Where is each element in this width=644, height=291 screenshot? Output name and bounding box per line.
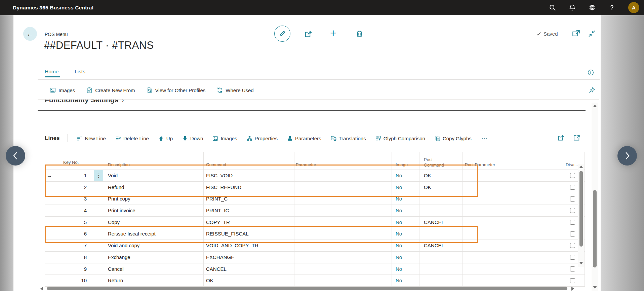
notifications-icon[interactable] [569, 4, 576, 11]
lines-toolbar-button-parameters[interactable]: Parameters [287, 136, 321, 141]
table-row[interactable]: → 4 ⋮ Print invoice PRINT_IC No [45, 205, 585, 217]
cell-key-no[interactable]: 8 [45, 252, 87, 263]
disabled-checkbox[interactable] [570, 208, 575, 213]
cell-description[interactable]: Void [108, 170, 118, 181]
disabled-checkbox[interactable] [570, 266, 575, 271]
lines-toolbar-button-down[interactable]: Down [182, 136, 203, 141]
back-button[interactable]: ← [23, 27, 37, 41]
previous-record-button[interactable] [6, 146, 25, 166]
disabled-checkbox[interactable] [570, 278, 575, 283]
open-in-window-button[interactable] [572, 30, 580, 38]
pin-icon[interactable] [589, 87, 595, 93]
disabled-checkbox[interactable] [570, 243, 575, 248]
help-icon[interactable] [608, 4, 615, 11]
hscroll-right-arrow[interactable] [571, 287, 574, 291]
cell-command[interactable]: FISC_VOID [206, 170, 233, 181]
action-button-view-for-other-profiles[interactable]: View for Other Profiles [147, 87, 206, 93]
table-row[interactable]: → 3 ⋮ Print copy PRINT_C No [45, 193, 585, 205]
cell-command[interactable]: CANCEL [206, 263, 227, 275]
cell-post-command[interactable]: OK [424, 182, 431, 193]
cell-key-no[interactable]: 10 [45, 275, 87, 286]
hscroll-left-arrow[interactable] [40, 287, 43, 291]
page-scrollbar-thumb[interactable] [593, 190, 597, 267]
lines-toolbar-button-images[interactable]: Images [212, 136, 237, 141]
cell-key-no[interactable]: 7 [45, 240, 87, 251]
lines-toolbar-button-translations[interactable]: aA Translations [331, 136, 366, 141]
next-record-button[interactable] [617, 146, 637, 166]
cell-image[interactable]: No [396, 205, 402, 216]
lines-share-button[interactable] [557, 134, 564, 141]
new-button[interactable]: + [330, 27, 336, 39]
cell-key-no[interactable]: 9 [45, 263, 87, 275]
action-button-create-new-from[interactable]: Create New From [86, 87, 135, 93]
lines-popout-button[interactable] [573, 134, 580, 141]
cell-key-no[interactable]: 3 [45, 193, 87, 205]
avatar[interactable]: A [628, 2, 639, 13]
page-scroll-down-arrow[interactable] [593, 286, 597, 289]
lines-toolbar-button-delete-line[interactable]: Delete Line [115, 136, 149, 141]
collapse-button[interactable] [588, 30, 596, 37]
table-row[interactable]: → 5 ⋮ Copy COPY_TR No CANCEL [45, 217, 585, 228]
grid-scroll-down-arrow[interactable] [579, 262, 583, 264]
column-header-description[interactable]: Description [108, 162, 130, 167]
cell-description[interactable]: Refund [108, 182, 124, 193]
delete-button[interactable] [356, 30, 363, 38]
lines-toolbar-button-properties[interactable]: Properties [247, 136, 278, 141]
cell-key-no[interactable]: 6 [45, 228, 87, 240]
cell-command[interactable]: PRINT_C [206, 193, 228, 205]
cell-image[interactable]: No [396, 263, 402, 275]
disabled-checkbox[interactable] [570, 220, 575, 225]
cell-description[interactable]: Cancel [108, 263, 124, 275]
disabled-checkbox[interactable] [570, 185, 575, 190]
hscrollbar-thumb[interactable] [47, 287, 567, 290]
page-scroll-up-arrow[interactable] [593, 105, 597, 107]
cell-command[interactable]: EXCHANGE [206, 252, 234, 263]
section-heading-functionality-settings[interactable]: Functionality Settings› [45, 100, 124, 104]
column-header-disabled[interactable]: Disa... [566, 162, 578, 167]
cell-command[interactable]: FISC_REFUND [206, 182, 241, 193]
cell-image[interactable]: No [396, 252, 402, 263]
table-row[interactable]: → 1 ⋮ Void FISC_VOID No OK [45, 170, 585, 182]
cell-key-no[interactable]: 1 [45, 170, 87, 181]
search-icon[interactable] [549, 4, 556, 11]
cell-command[interactable]: PRINT_IC [206, 205, 229, 216]
column-header-image[interactable]: Image [396, 162, 408, 167]
table-row[interactable]: → 10 ⋮ Return OK No [45, 275, 585, 287]
lines-toolbar-button-glyph-comparison[interactable]: Glyph Comparison [375, 136, 425, 141]
column-header-command[interactable]: Command [206, 162, 226, 167]
cell-image[interactable]: No [396, 182, 402, 193]
cell-description[interactable]: Print copy [108, 193, 130, 205]
cell-description[interactable]: Void and copy [108, 240, 139, 251]
cell-command[interactable]: OK [206, 275, 213, 286]
lines-toolbar-button-up[interactable]: Up [158, 136, 173, 141]
cell-image[interactable]: No [396, 170, 402, 181]
grid-scroll-up-arrow[interactable] [579, 166, 583, 168]
cell-post-command[interactable]: CANCEL [424, 240, 444, 251]
table-row[interactable]: → 7 ⋮ Void and copy VOID_AND_COPY_TR No … [45, 240, 585, 252]
cell-description[interactable]: Reissue fiscal receipt [108, 228, 156, 240]
cell-key-no[interactable]: 5 [45, 217, 87, 228]
settings-icon[interactable] [589, 4, 596, 11]
cell-post-command[interactable]: OK [424, 170, 431, 181]
lines-toolbar-button-copy-glyphs[interactable]: Copy Glyphs [435, 136, 472, 141]
tab-home[interactable]: Home [45, 69, 58, 75]
cell-post-command[interactable]: CANCEL [424, 217, 444, 228]
cell-image[interactable]: No [396, 193, 402, 205]
cell-command[interactable]: VOID_AND_COPY_TR [206, 240, 258, 251]
column-header-parameter[interactable]: Parameter [296, 162, 316, 167]
disabled-checkbox[interactable] [570, 255, 575, 260]
tab-lists[interactable]: Lists [75, 69, 85, 75]
disabled-checkbox[interactable] [570, 231, 575, 237]
cell-image[interactable]: No [396, 217, 402, 228]
grid-scrollbar-thumb[interactable] [579, 171, 583, 247]
cell-key-no[interactable]: 4 [45, 205, 87, 216]
cell-description[interactable]: Exchange [108, 252, 130, 263]
table-row[interactable]: → 9 ⋮ Cancel CANCEL No [45, 263, 585, 275]
more-options-button[interactable]: ⋯ [482, 135, 488, 142]
share-button[interactable] [304, 30, 312, 38]
cell-image[interactable]: No [396, 275, 402, 286]
cell-image[interactable]: No [396, 240, 402, 251]
action-button-images[interactable]: Images [50, 87, 75, 93]
table-row[interactable]: → 6 ⋮ Reissue fiscal receipt REISSUE_FIS… [45, 228, 585, 240]
lines-toolbar-button-new-line[interactable]: New Line [77, 136, 106, 141]
